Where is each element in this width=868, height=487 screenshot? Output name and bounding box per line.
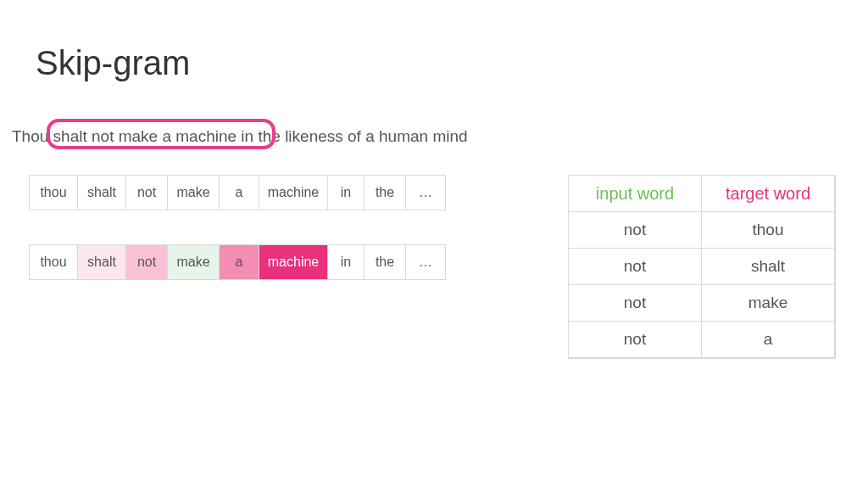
pair-table-row: notthou xyxy=(569,212,835,249)
token-cell: thou xyxy=(29,244,78,280)
pair-target-cell: shalt xyxy=(701,248,835,285)
slide-title: Skip-gram xyxy=(36,44,190,82)
token-cell: the xyxy=(364,244,406,280)
pair-table-row: notshalt xyxy=(569,249,835,285)
pair-target-cell: a xyxy=(701,321,835,358)
pair-table-row: nota xyxy=(569,322,835,358)
token-cell: thou xyxy=(29,175,78,210)
header-input-word: input word xyxy=(568,175,702,212)
pair-input-cell: not xyxy=(568,321,702,358)
token-cell: not xyxy=(125,244,168,280)
token-cell: shalt xyxy=(77,175,126,210)
token-cell: in xyxy=(327,175,364,210)
pair-table: input word target word notthounotshaltno… xyxy=(568,175,836,359)
token-cell: not xyxy=(125,175,168,210)
pair-target-cell: thou xyxy=(701,211,835,249)
token-row-colored: thoushaltnotmakeamachineinthe… xyxy=(29,244,446,280)
token-cell: a xyxy=(219,244,259,280)
token-cell: … xyxy=(405,175,446,210)
pair-input-cell: not xyxy=(568,284,702,322)
pair-table-row: notmake xyxy=(569,285,835,322)
pair-input-cell: not xyxy=(568,248,702,285)
token-cell: make xyxy=(167,244,220,280)
token-cell: make xyxy=(167,175,220,210)
token-cell: machine xyxy=(259,244,328,280)
token-cell: shalt xyxy=(77,244,126,280)
token-cell: … xyxy=(405,244,446,280)
context-window-highlight xyxy=(47,119,275,149)
token-row-plain: thoushaltnotmakeamachineinthe… xyxy=(29,175,446,210)
pair-target-cell: make xyxy=(701,284,835,322)
token-cell: a xyxy=(219,175,259,210)
token-cell: machine xyxy=(259,175,328,210)
pair-input-cell: not xyxy=(568,211,702,249)
token-cell: the xyxy=(364,175,406,210)
header-target-word: target word xyxy=(701,175,835,212)
token-cell: in xyxy=(327,244,364,280)
pair-table-header: input word target word xyxy=(569,176,835,212)
